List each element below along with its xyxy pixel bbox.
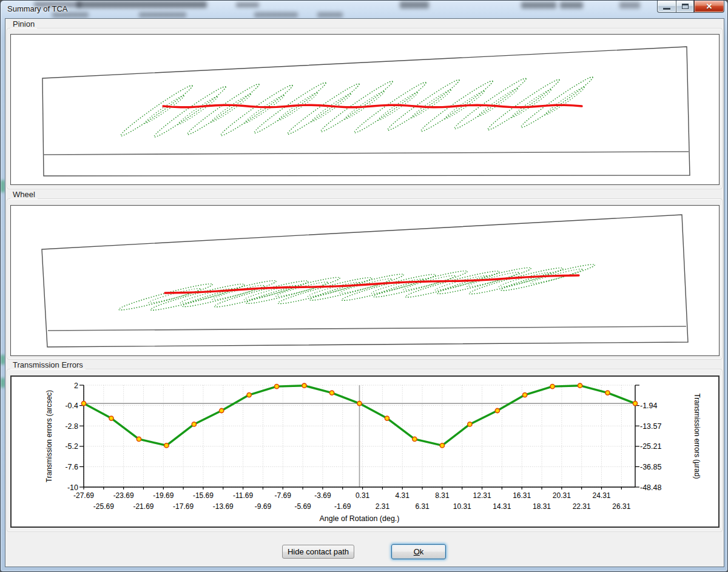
ok-button[interactable]: Ok bbox=[391, 544, 446, 559]
svg-text:-23.69: -23.69 bbox=[113, 491, 134, 500]
svg-text:14.31: 14.31 bbox=[493, 502, 511, 511]
pinion-contact-pattern-panel bbox=[10, 34, 720, 185]
dialog-window: Summary of TCA ✕ Pinion Wheel Transmissi… bbox=[0, 0, 728, 572]
hide-contact-path-button[interactable]: Hide contact path bbox=[282, 545, 354, 559]
svg-text:-25.69: -25.69 bbox=[93, 502, 114, 511]
svg-text:-19.69: -19.69 bbox=[153, 491, 174, 500]
titlebar-blur-artifact bbox=[76, 1, 207, 8]
svg-text:Transmission errors (µrad): Transmission errors (µrad) bbox=[693, 393, 701, 479]
titlebar-blur-artifact bbox=[317, 12, 343, 18]
titlebar[interactable]: Summary of TCA ✕ bbox=[1, 1, 728, 19]
svg-text:18.31: 18.31 bbox=[533, 502, 551, 511]
transmission-errors-chart-panel: 2-0.4-2.8-5.2-7.6-10-1.94-13.57-25.21-36… bbox=[10, 375, 720, 528]
titlebar-blur-artifact bbox=[560, 2, 583, 8]
svg-text:-21.69: -21.69 bbox=[133, 502, 153, 511]
svg-text:-15.69: -15.69 bbox=[193, 491, 214, 500]
svg-text:6.31: 6.31 bbox=[415, 502, 430, 511]
svg-text:-13.69: -13.69 bbox=[213, 502, 234, 511]
svg-text:2.31: 2.31 bbox=[376, 502, 390, 511]
svg-text:8.31: 8.31 bbox=[435, 491, 450, 500]
titlebar-blur-artifact bbox=[139, 12, 186, 18]
svg-text:20.31: 20.31 bbox=[553, 491, 571, 500]
svg-text:10.31: 10.31 bbox=[453, 502, 471, 511]
svg-text:-5.2: -5.2 bbox=[65, 442, 78, 451]
svg-text:-48.48: -48.48 bbox=[640, 483, 661, 492]
maximize-icon bbox=[682, 4, 689, 9]
svg-text:24.31: 24.31 bbox=[593, 491, 611, 500]
svg-text:0.31: 0.31 bbox=[356, 491, 370, 500]
pinion-group-label: Pinion bbox=[10, 19, 37, 29]
svg-text:-10: -10 bbox=[67, 483, 78, 492]
border-blur-artifact bbox=[1, 378, 5, 388]
svg-text:Transmission errors (arcsec): Transmission errors (arcsec) bbox=[45, 390, 53, 482]
svg-text:-9.69: -9.69 bbox=[255, 502, 272, 511]
titlebar-blur-artifact bbox=[619, 2, 640, 8]
titlebar-blur-artifact bbox=[236, 2, 259, 7]
close-icon: ✕ bbox=[695, 2, 724, 11]
titlebar-blur-artifact bbox=[254, 12, 298, 18]
transmission-errors-chart: 2-0.4-2.8-5.2-7.6-10-1.94-13.57-25.21-36… bbox=[12, 377, 718, 527]
svg-text:-1.94: -1.94 bbox=[640, 402, 658, 410]
svg-text:-13.57: -13.57 bbox=[640, 422, 661, 431]
svg-text:-2.8: -2.8 bbox=[65, 422, 78, 431]
svg-text:-25.21: -25.21 bbox=[640, 442, 661, 451]
minimize-icon bbox=[663, 8, 670, 10]
svg-text:-7.69: -7.69 bbox=[275, 491, 292, 500]
wheel-contact-pattern bbox=[11, 206, 719, 355]
svg-text:-36.85: -36.85 bbox=[640, 463, 661, 471]
svg-text:Angle of Rotation (deg.): Angle of Rotation (deg.) bbox=[319, 514, 399, 523]
titlebar-blur-artifact bbox=[521, 2, 556, 8]
svg-text:-1.69: -1.69 bbox=[334, 502, 351, 511]
pinion-contact-pattern bbox=[11, 35, 719, 184]
svg-text:-7.6: -7.6 bbox=[65, 463, 78, 471]
border-blur-artifact bbox=[1, 180, 5, 192]
wheel-contact-pattern-panel bbox=[10, 205, 720, 356]
titlebar-blur-artifact bbox=[400, 1, 429, 8]
maximize-button[interactable] bbox=[676, 1, 694, 13]
svg-text:12.31: 12.31 bbox=[473, 491, 491, 500]
wheel-group-label: Wheel bbox=[10, 190, 38, 199]
svg-text:-0.4: -0.4 bbox=[65, 402, 78, 410]
close-button[interactable]: ✕ bbox=[694, 1, 724, 13]
svg-text:-11.69: -11.69 bbox=[233, 491, 253, 500]
svg-text:22.31: 22.31 bbox=[573, 502, 591, 511]
window-controls: ✕ bbox=[657, 1, 724, 13]
border-blur-artifact bbox=[1, 355, 5, 365]
svg-text:16.31: 16.31 bbox=[513, 491, 531, 500]
transmission-errors-group-label: Transmission Errors bbox=[10, 360, 86, 369]
svg-text:-27.69: -27.69 bbox=[73, 491, 94, 500]
window-title: Summary of TCA bbox=[7, 4, 67, 13]
svg-text:-5.69: -5.69 bbox=[294, 502, 311, 511]
svg-text:2: 2 bbox=[74, 382, 78, 390]
svg-text:26.31: 26.31 bbox=[612, 502, 630, 511]
minimize-button[interactable] bbox=[657, 1, 676, 13]
svg-text:4.31: 4.31 bbox=[396, 491, 410, 500]
svg-text:-3.69: -3.69 bbox=[314, 491, 331, 500]
svg-text:-17.69: -17.69 bbox=[173, 502, 194, 511]
